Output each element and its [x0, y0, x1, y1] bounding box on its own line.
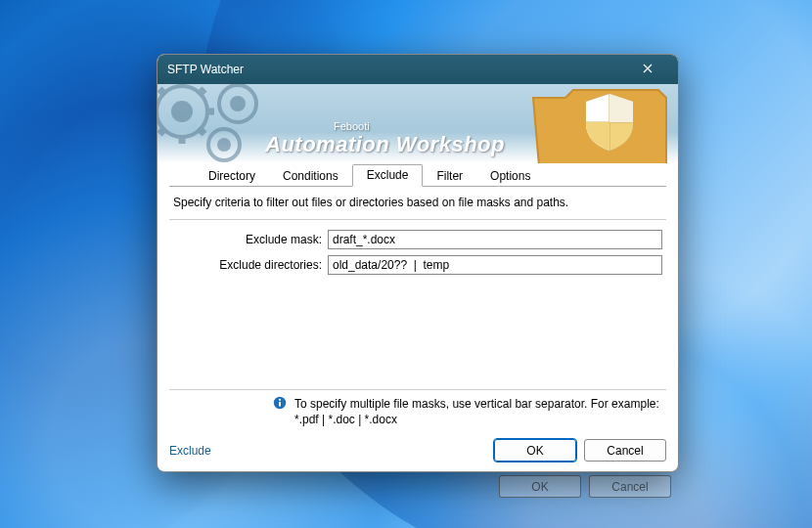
desktop-background: OK Cancel SFTP Watcher [0, 0, 812, 528]
hint-area: To specify multiple file masks, use vert… [169, 389, 666, 431]
hint-line2: *.pdf | *.doc | *.docx [294, 412, 659, 427]
close-button[interactable] [627, 55, 668, 84]
titlebar[interactable]: SFTP Watcher [158, 55, 678, 84]
hint-text: To specify multiple file masks, use vert… [294, 396, 659, 427]
folder-shield-icon [512, 84, 678, 163]
svg-point-13 [219, 140, 229, 150]
hint-line1: To specify multiple file masks, use vert… [294, 396, 659, 412]
info-icon [273, 396, 287, 427]
svg-point-1 [173, 103, 191, 120]
banner: Febooti Automation Workshop [158, 84, 678, 163]
tab-conditions[interactable]: Conditions [269, 166, 352, 187]
background-cancel-button: Cancel [589, 475, 671, 498]
svg-line-9 [199, 89, 204, 95]
svg-point-15 [279, 398, 281, 400]
sftp-watcher-dialog: SFTP Watcher [157, 54, 679, 472]
brand-main: Automation Workshop [265, 132, 505, 157]
cancel-button[interactable]: Cancel [584, 439, 666, 462]
tab-exclude[interactable]: Exclude [352, 164, 424, 187]
svg-line-6 [159, 89, 165, 95]
svg-rect-16 [279, 401, 281, 406]
tab-directory[interactable]: Directory [195, 166, 269, 187]
ok-button[interactable]: OK [494, 439, 576, 462]
exclude-mask-input[interactable] [328, 230, 662, 249]
background-ok-button: OK [499, 475, 581, 498]
status-label: Exclude [169, 444, 211, 458]
tab-options[interactable]: Options [476, 166, 544, 187]
exclude-dirs-input[interactable] [328, 255, 662, 275]
exclude-mask-label: Exclude mask: [173, 233, 328, 246]
svg-line-8 [159, 128, 165, 134]
svg-line-7 [199, 128, 204, 134]
exclude-dirs-label: Exclude directories: [173, 258, 328, 272]
brand-text: Febooti Automation Workshop [265, 120, 505, 157]
close-icon [643, 63, 653, 76]
tab-bar: Directory Conditions Exclude Filter Opti… [169, 163, 666, 187]
form-area: Exclude mask: Exclude directories: [169, 220, 666, 281]
tab-filter[interactable]: Filter [423, 166, 476, 187]
svg-point-11 [232, 98, 244, 110]
button-bar: Exclude OK Cancel [158, 431, 678, 471]
window-title: SFTP Watcher [167, 63, 627, 76]
instructions-text: Specify criteria to filter out files or … [169, 187, 666, 220]
dialog-body: Directory Conditions Exclude Filter Opti… [158, 163, 678, 431]
brand-sub: Febooti [334, 120, 505, 132]
